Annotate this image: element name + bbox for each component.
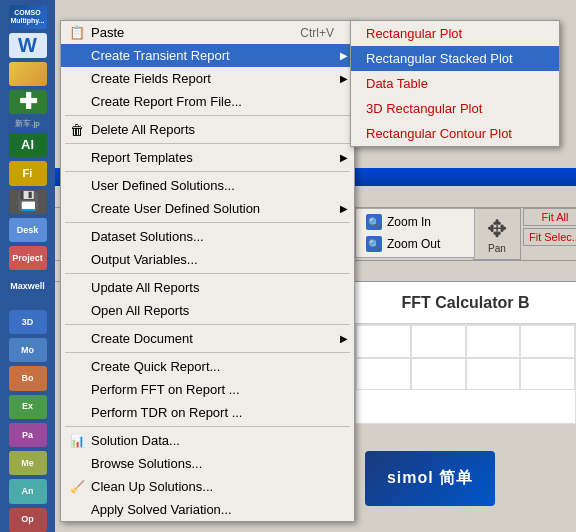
menu-item-create-from-file[interactable]: Create Report From File...	[61, 90, 354, 113]
fit-buttons: Fit All Fit Selec...	[523, 208, 576, 246]
grid-cell-3	[466, 325, 521, 358]
menu-item-create-transient[interactable]: Create Transient Report ▶	[61, 44, 354, 67]
logo-text: simol 简单	[387, 468, 473, 489]
zoom-out-label: Zoom Out	[387, 237, 440, 251]
arrow-icon-document: ▶	[340, 333, 348, 344]
fit-all-button[interactable]: Fit All	[523, 208, 576, 226]
submenu-item-3d-rectangular-plot[interactable]: 3D Rectangular Plot	[351, 96, 559, 121]
submenu-create-transient: Rectangular Plot Rectangular Stacked Plo…	[350, 20, 560, 147]
taskbar-icon-proj[interactable]: Project	[9, 246, 47, 270]
arrow-icon-user-defined: ▶	[340, 203, 348, 214]
submenu-item-rectangular-stacked-plot[interactable]: Rectangular Stacked Plot	[351, 46, 559, 71]
grid-cell-8	[520, 358, 575, 391]
submenu-item-rectangular-plot[interactable]: Rectangular Plot	[351, 21, 559, 46]
menu-item-paste[interactable]: 📋 Paste Ctrl+V	[61, 21, 354, 44]
menu-item-create-fields[interactable]: Create Fields Report ▶	[61, 67, 354, 90]
grid-cell-6	[411, 358, 466, 391]
grid-cell-7	[466, 358, 521, 391]
delete-all-label: Delete All Reports	[91, 122, 334, 137]
simol-logo: simol 简单	[365, 451, 495, 506]
menu-item-delete-all[interactable]: 🗑 Delete All Reports	[61, 118, 354, 141]
open-all-label: Open All Reports	[91, 303, 334, 318]
taskbar-icon-mo[interactable]: Mo	[9, 338, 47, 362]
paste-icon: 📋	[66, 25, 88, 40]
separator-4	[65, 222, 350, 223]
rectangular-plot-label: Rectangular Plot	[366, 26, 462, 41]
create-transient-label: Create Transient Report	[91, 48, 334, 63]
fit-all-label: Fit All	[542, 211, 569, 223]
report-templates-label: Report Templates	[91, 150, 334, 165]
fit-selected-label: Fit Selec...	[529, 231, 576, 243]
separator-7	[65, 352, 350, 353]
taskbar-icon-al[interactable]: Al	[9, 133, 47, 157]
grid-cell-1	[356, 325, 411, 358]
menu-item-open-all[interactable]: Open All Reports	[61, 299, 354, 322]
taskbar-icon-pa[interactable]: Pa	[9, 423, 47, 447]
menu-item-create-quick[interactable]: Create Quick Report...	[61, 355, 354, 378]
perform-fft-label: Perform FFT on Report ...	[91, 382, 334, 397]
menu-item-apply-solved[interactable]: Apply Solved Variation...	[61, 498, 354, 521]
taskbar: COMSOMultiphy... W ✚ 新车.jp Al Fi 💾 Desk …	[0, 0, 55, 532]
taskbar-label-newcar: 新车.jp	[5, 118, 50, 129]
menu-item-output-variables[interactable]: Output Variables...	[61, 248, 354, 271]
menu-item-create-document[interactable]: Create Document ▶	[61, 327, 354, 350]
menu-item-user-defined-solutions[interactable]: User Defined Solutions...	[61, 174, 354, 197]
3d-rectangular-plot-label: 3D Rectangular Plot	[366, 101, 482, 116]
menu-item-perform-tdr[interactable]: Perform TDR on Report ...	[61, 401, 354, 424]
create-document-label: Create Document	[91, 331, 334, 346]
fit-selected-button[interactable]: Fit Selec...	[523, 228, 576, 246]
separator-3	[65, 171, 350, 172]
menu-item-cleanup-solutions[interactable]: 🧹 Clean Up Solutions...	[61, 475, 354, 498]
menu-item-browse-solutions[interactable]: Browse Solutions...	[61, 452, 354, 475]
taskbar-icon-3d[interactable]: 3D	[9, 310, 47, 334]
zoom-panel: 🔍 Zoom In 🔍 Zoom Out	[355, 208, 475, 258]
taskbar-icon-an[interactable]: An	[9, 479, 47, 503]
taskbar-icon-img1[interactable]	[9, 62, 47, 86]
menu-item-create-user-defined[interactable]: Create User Defined Solution ▶	[61, 197, 354, 220]
data-table-label: Data Table	[366, 76, 428, 91]
separator-8	[65, 426, 350, 427]
arrow-icon-transient: ▶	[340, 50, 348, 61]
taskbar-icon-word[interactable]: W	[9, 33, 47, 57]
cleanup-icon: 🧹	[66, 480, 88, 494]
create-from-file-label: Create Report From File...	[91, 94, 334, 109]
taskbar-icon-ex[interactable]: Ex	[9, 395, 47, 419]
solution-data-icon: 📊	[66, 434, 88, 448]
paste-shortcut: Ctrl+V	[300, 26, 334, 40]
create-user-defined-label: Create User Defined Solution	[91, 201, 334, 216]
delete-icon: 🗑	[66, 122, 88, 138]
zoom-out-button[interactable]: 🔍 Zoom Out	[358, 233, 472, 255]
rectangular-stacked-plot-label: Rectangular Stacked Plot	[366, 51, 513, 66]
paste-label: Paste	[91, 25, 270, 40]
menu-item-dataset-solutions[interactable]: Dataset Solutions...	[61, 225, 354, 248]
taskbar-icon-me[interactable]: Me	[9, 451, 47, 475]
taskbar-icon-op[interactable]: Op	[9, 508, 47, 532]
browse-solutions-label: Browse Solutions...	[91, 456, 334, 471]
pan-icon: ✥	[487, 215, 507, 243]
menu-item-update-all[interactable]: Update All Reports	[61, 276, 354, 299]
taskbar-icon-desk[interactable]: Desk	[9, 218, 47, 242]
zoom-in-button[interactable]: 🔍 Zoom In	[358, 211, 472, 233]
separator-2	[65, 143, 350, 144]
fft-title: FFT Calculator B	[401, 294, 529, 312]
taskbar-icon-maxwell[interactable]: Maxwell	[9, 274, 47, 298]
grid-cell-4	[520, 325, 575, 358]
taskbar-icon-save[interactable]: 💾	[9, 190, 47, 214]
dataset-solutions-label: Dataset Solutions...	[91, 229, 334, 244]
taskbar-icon-comsol[interactable]: COMSOMultiphy...	[9, 5, 47, 29]
taskbar-icon-bo[interactable]: Bo	[9, 366, 47, 390]
solution-data-label: Solution Data...	[91, 433, 334, 448]
grid-cell-5	[356, 358, 411, 391]
taskbar-icon-green[interactable]: ✚	[9, 90, 47, 114]
menu-item-report-templates[interactable]: Report Templates ▶	[61, 146, 354, 169]
submenu-item-data-table[interactable]: Data Table	[351, 71, 559, 96]
menu-item-perform-fft[interactable]: Perform FFT on Report ...	[61, 378, 354, 401]
zoom-in-icon: 🔍	[366, 214, 382, 230]
menu-item-solution-data[interactable]: 📊 Solution Data...	[61, 429, 354, 452]
arrow-icon-templates: ▶	[340, 152, 348, 163]
separator-5	[65, 273, 350, 274]
create-fields-label: Create Fields Report	[91, 71, 334, 86]
submenu-item-rectangular-contour-plot[interactable]: Rectangular Contour Plot	[351, 121, 559, 146]
taskbar-icon-fi[interactable]: Fi	[9, 161, 47, 185]
pan-button[interactable]: ✥ Pan	[473, 208, 521, 260]
